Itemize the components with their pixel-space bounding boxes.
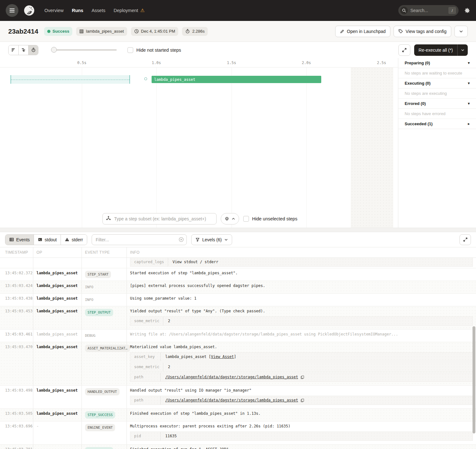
step-section-title: Succeeded (1) [405,121,433,126]
gantt-view-mode-group [8,45,38,55]
log-rows: captured_logsView stdout / stderr13:45:0… [0,258,476,449]
step-section-executing[interactable]: Executing (0)▾ [398,78,476,88]
hide-not-started-label: Hide not started steps [136,48,181,53]
cell-timestamp: 13:45:03.701 [0,445,33,449]
start-time-tag: Dec 4, 1:45:01 PM [131,27,179,36]
tab-stderr[interactable]: stderr [61,235,87,245]
log-row[interactable]: 13:45:03.453lambda_pipes_assetSTEP_OUTPU… [0,306,476,329]
open-in-launchpad-button[interactable]: Open in Launchpad [335,26,390,37]
top-nav: OverviewRunsAssetsDeployment⚠ / [0,0,476,21]
cell-timestamp: 13:45:03.498 [0,386,33,408]
metadata-key: some_metric [130,363,163,371]
metadata-text: 2 [168,319,170,323]
levels-dropdown-button[interactable]: Levels (6) [191,234,232,245]
step-subset-input[interactable] [102,213,217,224]
deployment-warning-icon: ⚠ [140,8,145,13]
cell-op: lambda_pipes_asset [33,342,82,385]
log-scrollbar-thumb[interactable] [473,326,475,433]
nav-item-runs[interactable]: Runs [72,8,83,13]
log-row[interactable]: 13:45:02.372lambda_pipes_assetSTEP_START… [0,268,476,281]
run-actions-dropdown-button[interactable] [454,26,468,37]
view-flat-button[interactable] [9,45,18,55]
copy-icon[interactable] [300,398,304,402]
cell-info: Finished execution of run for "__ASSET_J… [127,445,476,449]
metadata-value: 2 [163,317,174,325]
log-fullscreen-button[interactable] [460,234,471,245]
log-row[interactable]: 13:45:03.424lambda_pipes_assetINFO[pipes… [0,281,476,294]
metadata-text: lambda_pipes_asset [165,355,206,359]
log-row[interactable]: 13:45:03.696-ENGINE_EVENTMultiprocess ex… [0,421,476,445]
duration-label: 2.286s [192,29,205,34]
cell-info: Handled output "result" using IO manager… [127,386,476,408]
caret-down-icon: ▾ [468,81,470,85]
caret-right-icon: ▸ [468,122,470,126]
filter-clear-icon[interactable] [179,237,184,242]
step-section-succeeded[interactable]: Succeeded (1)▸ [398,119,476,129]
nav-item-deployment[interactable]: Deployment⚠ [114,8,145,13]
log-row[interactable]: 13:45:03.470lambda_pipes_assetASSET_MATE… [0,342,476,386]
log-row[interactable]: 13:45:03.461lambda_pipes_assetDEBUGWriti… [0,329,476,342]
job-tag[interactable]: lambda_pipes_asset [76,27,127,36]
cell-event-type: DEBUG [82,329,127,342]
reexecute-all-button[interactable]: Re-execute all (*) [414,44,468,56]
run-id: 23ab2414 [8,28,38,35]
metadata-link[interactable]: /Users/alangenfeld/data/dagster/storage/… [165,398,298,403]
metadata-row: some_metric2 [130,316,473,326]
col-event-type: EVENT TYPE [82,247,127,257]
zoom-slider-thumb[interactable] [51,47,57,53]
cell-timestamp: 13:45:03.424 [0,281,33,293]
tab-events[interactable]: Events [5,235,34,245]
hide-unselected-checkbox-row[interactable]: Hide unselected steps [243,216,297,222]
log-row[interactable]: 13:45:03.498lambda_pipes_assetHANDLED_OU… [0,386,476,409]
expand-icon [463,237,468,242]
log-row[interactable]: 13:45:03.505lambda_pipes_assetSTEP_SUCCE… [0,409,476,421]
tag-icon [398,29,403,34]
settings-gear-icon[interactable] [464,7,470,14]
global-search[interactable]: / [398,5,459,16]
info-text: Handled output "result" using IO manager… [130,388,473,393]
log-row[interactable]: 13:45:03.701-RUN_SUCCESSFinished executi… [0,445,476,449]
nav-item-assets[interactable]: Assets [92,8,106,13]
step-query-options-button[interactable] [221,213,239,224]
clock-icon [134,29,139,34]
nav-item-overview[interactable]: Overview [44,8,63,13]
step-section-preparing[interactable]: Preparing (0)▾ [398,58,476,68]
metadata-value: /Users/alangenfeld/data/dagster/storage/… [161,373,309,381]
open-in-launchpad-label: Open in Launchpad [347,29,386,34]
zoom-slider[interactable] [52,49,117,51]
hide-not-started-checkbox-row[interactable]: Hide not started steps [127,47,181,53]
info-text: Finished execution of step "lambda_pipes… [130,411,473,416]
search-input[interactable] [408,8,448,13]
cell-timestamp: 13:45:03.505 [0,409,33,421]
view-tags-config-button[interactable]: View tags and config [394,26,451,37]
view-timed-button[interactable] [28,45,38,55]
reexecute-dropdown-button[interactable] [458,48,468,52]
log-row[interactable]: captured_logsView stdout / stderr [0,258,476,268]
gantt-bar-lambda-pipes-asset[interactable]: lambda_pipes_asset [152,76,321,83]
chevron-up-icon [231,217,235,221]
panel-divider[interactable] [0,228,476,232]
view-waterfall-button[interactable] [18,45,28,55]
log-filter-input[interactable] [92,234,187,245]
cell-timestamp: 13:45:03.470 [0,342,33,385]
hide-unselected-checkbox[interactable] [243,216,249,222]
cell-timestamp: 13:45:03.461 [0,329,33,342]
log-row[interactable]: 13:45:03.438lambda_pipes_assetINFOUsing … [0,294,476,306]
cell-info: Started execution of step "lambda_pipes_… [127,268,476,281]
copy-icon[interactable] [300,375,304,379]
step-section-errored[interactable]: Errored (0)▾ [398,99,476,109]
metadata-link[interactable]: /Users/alangenfeld/data/dagster/storage/… [165,375,298,380]
axis-gridline [82,68,82,228]
log-toolbar: Eventsstdoutstderr Levels (6) [0,232,476,247]
gantt-fullscreen-button[interactable] [398,44,410,56]
metadata-row: pid11635 [130,432,473,441]
gantt-waiting-box [10,75,130,84]
hide-not-started-checkbox[interactable] [127,47,133,53]
metadata-key: some_metric [130,317,163,325]
tab-stdout[interactable]: stdout [34,235,61,245]
view-asset-link[interactable]: View Asset [211,355,234,359]
tab-label: stderr [72,237,83,242]
cell-op: - [33,445,82,449]
log-tabs: Eventsstdoutstderr [5,234,87,245]
hamburger-menu-button[interactable] [6,4,18,17]
